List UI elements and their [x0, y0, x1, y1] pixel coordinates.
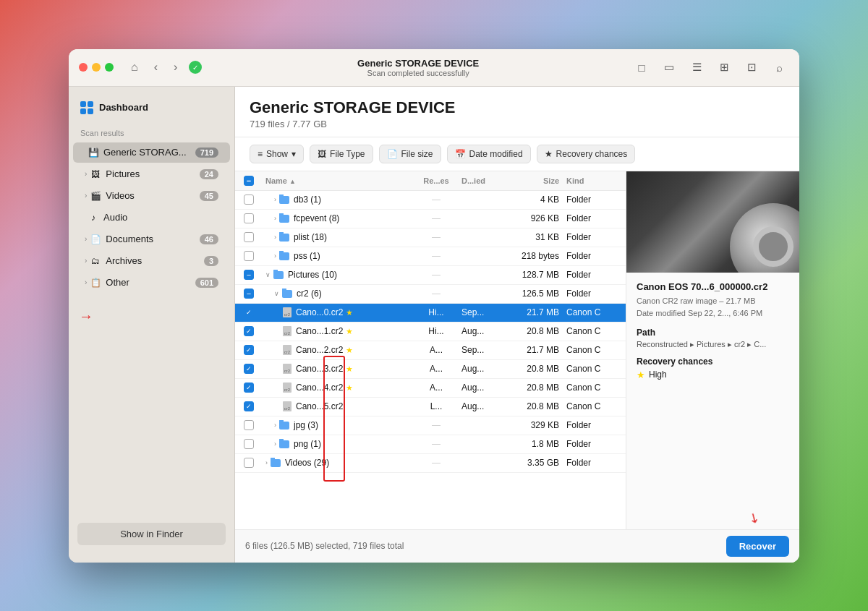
table-row[interactable]: › db3 (1) — 4 KB Folder: [235, 191, 626, 210]
row-checkbox[interactable]: [244, 420, 254, 430]
sidebar-item-pictures-count: 24: [200, 169, 218, 179]
size-value: 128.7 MB: [509, 270, 566, 280]
row-checkbox[interactable]: ✓: [244, 383, 254, 393]
file-name: Cano...0.cr2: [296, 307, 343, 317]
folder-icon: [279, 196, 289, 204]
expand-icon: ∨: [265, 271, 271, 278]
sidebar-item-audio[interactable]: ♪ Audio: [73, 208, 230, 228]
size-value: 218 bytes: [509, 251, 566, 261]
expand-icon: ›: [274, 252, 276, 260]
table-row[interactable]: ✓ cr2 Cano...5.cr2 L... Aug... 20.8 MB C…: [235, 398, 626, 416]
select-all-checkbox[interactable]: −: [244, 176, 254, 186]
cr2-file-icon: cr2: [283, 364, 292, 374]
archives-icon: 🗂: [90, 255, 101, 267]
row-checkbox[interactable]: [244, 213, 254, 223]
sidebar-item-archives[interactable]: › 🗂 Archives 3: [73, 251, 230, 271]
folder-icon: [279, 440, 289, 448]
star-icon: ★: [346, 346, 353, 355]
folder-icon: [279, 215, 289, 223]
file-name: Cano...3.cr2: [296, 364, 343, 374]
back-button[interactable]: ‹: [150, 58, 162, 77]
split-view: − Name ▲ Re...es D...ied Size Kind ›: [235, 171, 799, 529]
table-row[interactable]: › fcpevent (8) — 926 KB Folder: [235, 210, 626, 228]
row-checkbox[interactable]: ✓: [244, 364, 254, 374]
minimize-button[interactable]: [92, 63, 101, 72]
table-row[interactable]: ✓ cr2 Cano...0.cr2 ★ Hi... Sep... 21.7 M…: [235, 304, 626, 322]
file-size-filter-button[interactable]: 📄 File size: [379, 145, 441, 163]
chevron-icon: ›: [85, 278, 87, 286]
file-name: Cano...4.cr2: [296, 383, 343, 393]
path-value: Reconstructed ▸ Pictures ▸ cr2 ▸ C...: [637, 340, 789, 349]
row-checkbox[interactable]: [244, 232, 254, 242]
col-size-header: Size: [509, 176, 566, 185]
home-button[interactable]: ⌂: [127, 58, 142, 77]
recover-button[interactable]: Recover: [726, 536, 789, 557]
sidebar-item-pictures-label: Pictures: [106, 168, 199, 179]
forward-button[interactable]: ›: [169, 58, 182, 77]
file-list-area[interactable]: − Name ▲ Re...es D...ied Size Kind ›: [235, 171, 626, 529]
table-row[interactable]: ✓ cr2 Cano...3.cr2 ★ A... Aug... 20.8 MB…: [235, 360, 626, 379]
row-checkbox[interactable]: [244, 195, 254, 205]
table-row[interactable]: › png (1) — 1.8 MB Folder: [235, 435, 626, 454]
detail-info: Canon EOS 70...6_000000.cr2 Canon CR2 ra…: [626, 273, 799, 389]
sidebar-item-storage[interactable]: 💾 Generic STORAG... 719: [73, 142, 230, 163]
date-modified-filter-button[interactable]: 📅 Date modified: [447, 145, 531, 163]
row-checkbox[interactable]: ✓: [244, 307, 254, 317]
file-name: Cano...5.cr2: [296, 401, 343, 411]
hdd-icon: 💾: [88, 147, 99, 158]
table-row[interactable]: › plist (18) — 31 KB Folder: [235, 228, 626, 247]
date-value: Sep...: [461, 345, 509, 355]
sidebar-item-videos[interactable]: › 🎬 Videos 45: [73, 186, 230, 206]
sidebar-item-pictures[interactable]: › 🖼 Pictures 24: [73, 164, 230, 184]
folder-view-icon[interactable]: ▭: [659, 57, 679, 77]
size-value: 31 KB: [509, 232, 566, 242]
file-view-icon[interactable]: □: [631, 57, 652, 77]
col-recovers-header: Re...es: [411, 176, 461, 185]
search-icon[interactable]: ⌕: [769, 57, 789, 77]
table-row[interactable]: ✓ cr2 Cano...4.cr2 ★ A... Aug... 20.8 MB…: [235, 379, 626, 398]
recovers-value: A...: [411, 345, 461, 355]
size-value: 4 KB: [509, 195, 566, 205]
row-checkbox[interactable]: −: [244, 270, 254, 280]
date-value: Aug...: [461, 401, 509, 411]
row-checkbox[interactable]: −: [244, 289, 254, 299]
col-kind-header: Kind: [566, 176, 617, 185]
preview-image: [626, 171, 799, 273]
recovery-chances-filter-button[interactable]: ★ Recovery chances: [537, 145, 636, 163]
titlebar: ⌂ ‹ › ✓ Generic STORAGE DEVICE Scan comp…: [69, 49, 799, 87]
sidebar-item-documents[interactable]: › 📄 Documents 46: [73, 229, 230, 249]
file-type-filter-button[interactable]: 🖼 File Type: [310, 145, 373, 163]
split-view-icon[interactable]: ⊡: [741, 57, 762, 77]
row-checkbox[interactable]: [244, 251, 254, 261]
row-checkbox[interactable]: ✓: [244, 326, 254, 336]
file-size-icon: 📄: [387, 149, 398, 159]
recovers-value: —: [411, 232, 461, 242]
row-checkbox[interactable]: ✓: [244, 345, 254, 355]
dashboard-nav-item[interactable]: Dashboard: [69, 95, 234, 120]
table-row[interactable]: ✓ cr2 Cano...1.cr2 ★ Hi... Aug... 20.8 M…: [235, 322, 626, 341]
sidebar: Dashboard Scan results 💾 Generic STORAG.…: [69, 87, 235, 563]
table-row[interactable]: › jpg (3) — 329 KB Folder: [235, 416, 626, 435]
close-button[interactable]: [79, 63, 88, 72]
table-row[interactable]: − ∨ cr2 (6) — 126.5 MB Folder: [235, 285, 626, 304]
show-filter-icon: ≡: [258, 149, 263, 159]
table-row[interactable]: − ∨ Pictures (10) — 128.7 MB Folder: [235, 266, 626, 285]
grid-view-icon[interactable]: ⊞: [714, 57, 734, 77]
row-checkbox[interactable]: [244, 458, 254, 468]
file-type-label: File Type: [330, 149, 365, 159]
show-filter-button[interactable]: ≡ Show ▾: [250, 145, 304, 163]
table-row[interactable]: › pss (1) — 218 bytes Folder: [235, 247, 626, 266]
detail-meta: Canon CR2 raw image – 21.7 MB Date modif…: [637, 295, 789, 320]
row-checkbox[interactable]: [244, 439, 254, 449]
row-checkbox[interactable]: ✓: [244, 401, 254, 411]
table-row[interactable]: › Videos (29) — 3.35 GB Folder: [235, 454, 626, 473]
sidebar-item-other[interactable]: › 📋 Other 601: [73, 273, 230, 293]
list-view-icon[interactable]: ☰: [686, 57, 707, 77]
titlebar-actions: □ ▭ ☰ ⊞ ⊡ ⌕: [631, 57, 789, 77]
expand-icon: ›: [274, 422, 276, 429]
maximize-button[interactable]: [105, 63, 114, 72]
recovers-value: —: [411, 213, 461, 223]
show-in-finder-button[interactable]: Show in Finder: [77, 523, 226, 545]
table-row[interactable]: ✓ cr2 Cano...2.cr2 ★ A... Sep... 21.7 MB…: [235, 341, 626, 360]
recovers-value: —: [411, 270, 461, 280]
